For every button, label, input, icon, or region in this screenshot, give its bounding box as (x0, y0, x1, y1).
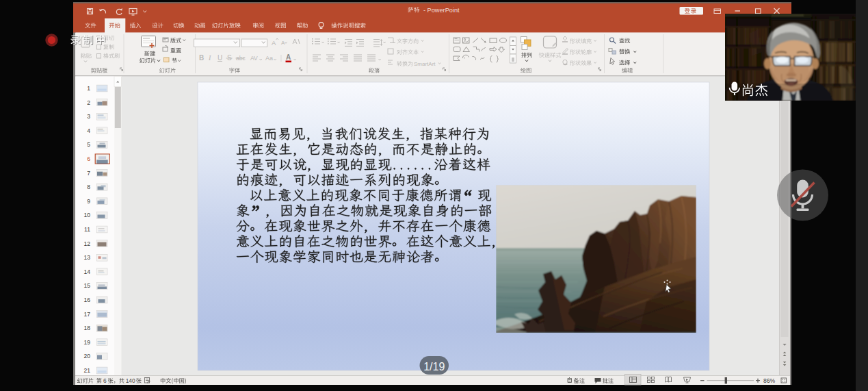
svg-text:86%: 86% (763, 377, 776, 384)
svg-text:8: 8 (87, 184, 90, 190)
svg-text:6: 6 (87, 155, 90, 162)
svg-text:3: 3 (87, 113, 90, 120)
svg-text:U: U (218, 54, 222, 62)
svg-text:A: A (281, 40, 285, 46)
svg-text:SmartArt: SmartArt (414, 61, 436, 67)
svg-text:14: 14 (83, 268, 90, 275)
svg-text:5: 5 (87, 141, 90, 148)
svg-text:13: 13 (83, 254, 90, 261)
svg-text:20: 20 (83, 353, 90, 360)
svg-text:19: 19 (83, 339, 90, 346)
svg-text:1: 1 (87, 85, 90, 92)
svg-text:2: 2 (87, 99, 90, 106)
svg-text:AV: AV (250, 55, 258, 62)
svg-text:1/19: 1/19 (423, 361, 445, 373)
svg-text:7: 7 (87, 170, 90, 177)
svg-text:B: B (199, 54, 204, 62)
svg-text:9: 9 (87, 198, 90, 205)
svg-text:Aa: Aa (265, 55, 273, 62)
svg-text:10: 10 (83, 212, 90, 218)
svg-text:A: A (272, 39, 276, 47)
svg-text:17: 17 (83, 311, 90, 318)
svg-text:6: 6 (103, 377, 107, 384)
svg-text:4: 4 (87, 127, 90, 134)
svg-text:18: 18 (83, 325, 90, 331)
svg-text:I: I (208, 54, 211, 62)
svg-text:S: S (227, 54, 232, 62)
svg-text:12: 12 (83, 240, 90, 247)
svg-text:15: 15 (83, 282, 90, 289)
svg-text:21: 21 (83, 367, 90, 374)
svg-text:140: 140 (126, 377, 135, 384)
svg-text:11: 11 (84, 226, 90, 233)
svg-text:- PowerPoint: - PowerPoint (423, 7, 460, 14)
svg-text:A: A (286, 53, 291, 61)
svg-text:16: 16 (83, 297, 90, 303)
